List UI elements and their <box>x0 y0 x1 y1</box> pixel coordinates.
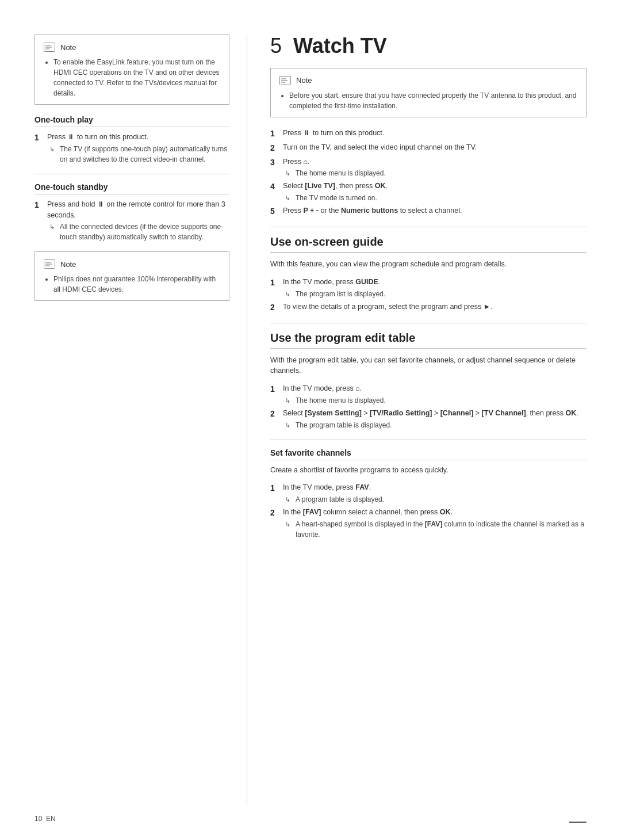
sf-step-1-num: 1 <box>270 482 279 494</box>
note-item-1-1: To enable the EasyLink feature, you must… <box>53 57 221 98</box>
note-label-2: Note <box>60 260 76 269</box>
onscreen-guide-steps: 1 In the TV mode, press GUIDE. ↳ The pro… <box>270 277 586 314</box>
osg-step-1-num: 1 <box>270 277 279 289</box>
pet-step-1-subtext: The home menu is displayed. <box>296 395 386 406</box>
arrow-sym-ots-1: ↳ <box>49 222 57 232</box>
pet-step-2-text: Select [System Setting] > [TV/Radio Sett… <box>283 409 578 417</box>
step-otp-1-content: Press ⏸ to turn on this product. ↳ The T… <box>47 132 229 165</box>
pet-step-1-text: In the TV mode, press ⌂. <box>283 384 362 392</box>
wtv-step-5: 5 Press P + - or the Numeric buttons to … <box>270 205 586 217</box>
pet-step-1-content: In the TV mode, press ⌂. ↳ The home menu… <box>283 383 586 406</box>
wtv-step-1-num: 1 <box>270 128 279 140</box>
one-touch-play-section: One-touch play 1 Press ⏸ to turn on this… <box>34 115 229 165</box>
one-touch-standby-section: One-touch standby 1 Press and hold ⏸ on … <box>34 182 229 243</box>
arrow-pet-1: ↳ <box>285 396 293 406</box>
pet-step-2-sub: ↳ The program table is displayed. <box>285 420 586 430</box>
watch-tv-steps: 1 Press ⏸ to turn on this product. 2 Tur… <box>270 128 586 218</box>
onscreen-guide-title: Use on-screen guide <box>270 235 586 253</box>
pet-step-2-subtext: The program table is displayed. <box>296 420 392 430</box>
onscreen-guide-desc: With this feature, you can view the prog… <box>270 259 586 270</box>
program-edit-desc: With the program edit table, you can set… <box>270 355 586 377</box>
wtv-step-3-num: 3 <box>270 156 279 169</box>
wtv-step-5-text: Press P + - or the Numeric buttons to se… <box>283 207 462 215</box>
note-icon-1 <box>43 41 56 54</box>
osg-step-2-text: To view the details of a program, select… <box>283 303 493 311</box>
osg-step-1-sub: ↳ The program list is displayed. <box>285 289 586 299</box>
step-ots-1: 1 Press and hold ⏸ on the remote control… <box>34 199 229 243</box>
step-otp-1: 1 Press ⏸ to turn on this product. ↳ The… <box>34 132 229 165</box>
step-ots-1-content: Press and hold ⏸ on the remote control f… <box>47 199 229 243</box>
osg-step-1-content: In the TV mode, press GUIDE. ↳ The progr… <box>283 277 586 299</box>
one-touch-play-title: One-touch play <box>34 115 229 127</box>
note-icon-right-1 <box>279 74 292 87</box>
sep-right-1 <box>270 227 586 227</box>
wtv-step-5-content: Press P + - or the Numeric buttons to se… <box>283 205 586 216</box>
chapter-title: 5 Watch TV <box>270 35 586 58</box>
pet-step-2: 2 Select [System Setting] > [TV/Radio Se… <box>270 408 586 430</box>
set-favorite-title: Set favorite channels <box>270 448 586 460</box>
wtv-step-4: 4 Select [Live TV], then press OK. ↳ The… <box>270 181 586 203</box>
pet-step-1: 1 In the TV mode, press ⌂. ↳ The home me… <box>270 383 586 406</box>
osg-step-2-num: 2 <box>270 301 279 314</box>
osg-step-1-subtext: The program list is displayed. <box>296 289 385 299</box>
set-favorite-steps: 1 In the TV mode, press FAV. ↳ A program… <box>270 482 586 540</box>
pet-step-1-sub: ↳ The home menu is displayed. <box>285 395 586 406</box>
osg-step-2-content: To view the details of a program, select… <box>283 301 586 312</box>
pet-step-2-num: 2 <box>270 408 279 420</box>
sf-step-2-text: In the [FAV] column select a channel, th… <box>283 508 453 516</box>
wtv-step-4-subtext: The TV mode is turned on. <box>296 193 377 203</box>
step-ots-1-num: 1 <box>34 199 44 211</box>
sf-step-1-sub: ↳ A program table is displayed. <box>285 494 586 505</box>
step-ots-1-text: Press and hold ⏸ on the remote control f… <box>47 200 225 219</box>
wtv-step-1: 1 Press ⏸ to turn on this product. <box>270 128 586 140</box>
sep-1 <box>34 174 229 174</box>
sf-step-1-subtext: A program table is displayed. <box>296 494 384 505</box>
pet-step-2-content: Select [System Setting] > [TV/Radio Sett… <box>283 408 586 430</box>
note-icon-2 <box>43 258 56 270</box>
note-label-right-1: Note <box>296 76 312 85</box>
sf-step-2-subtext: A heart-shaped symbol is displayed in th… <box>296 519 586 540</box>
sf-step-2-content: In the [FAV] column select a channel, th… <box>283 507 586 540</box>
arrow-sym-otp-1: ↳ <box>49 144 57 154</box>
wtv-step-2-num: 2 <box>270 142 279 154</box>
arrow-sf-1: ↳ <box>285 495 293 505</box>
wtv-step-3: 3 Press ⌂. ↳ The home menu is displayed. <box>270 156 586 179</box>
wtv-step-1-text: Press ⏸ to turn on this product. <box>283 129 384 137</box>
page-lang: EN <box>46 815 56 823</box>
wtv-step-3-content: Press ⌂. ↳ The home menu is displayed. <box>283 156 586 179</box>
note-list-right-1: Before you start, ensure that you have c… <box>279 90 578 111</box>
footer-rule <box>569 822 586 823</box>
one-touch-play-steps: 1 Press ⏸ to turn on this product. ↳ The… <box>34 132 229 165</box>
sf-step-1-content: In the TV mode, press FAV. ↳ A program t… <box>283 482 586 505</box>
note-header-2: Note <box>43 258 221 270</box>
sf-step-2-sub: ↳ A heart-shaped symbol is displayed in … <box>285 519 586 540</box>
wtv-step-4-content: Select [Live TV], then press OK. ↳ The T… <box>283 181 586 203</box>
set-favorite-desc: Create a shortlist of favorite programs … <box>270 465 586 476</box>
use-onscreen-guide-section: Use on-screen guide With this feature, y… <box>270 235 586 314</box>
arrow-sf-2: ↳ <box>285 520 293 529</box>
program-edit-title: Use the program edit table <box>270 331 586 349</box>
note-item-2-1: Philips does not guarantee 100% interope… <box>53 274 221 295</box>
arrow-wtv-4: ↳ <box>285 193 293 203</box>
wtv-step-4-num: 4 <box>270 181 279 193</box>
wtv-step-2: 2 Turn on the TV, and select the video i… <box>270 142 586 154</box>
note-label-1: Note <box>60 43 76 52</box>
sf-step-2: 2 In the [FAV] column select a channel, … <box>270 507 586 540</box>
step-otp-1-text: Press ⏸ to turn on this product. <box>47 133 148 141</box>
step-ots-1-sub: ↳ All the connected devices (if the devi… <box>49 222 229 242</box>
step-otp-1-subtext: The TV (if supports one-touch play) auto… <box>60 144 229 165</box>
note-list-1: To enable the EasyLink feature, you must… <box>43 57 221 98</box>
chapter-number: 5 <box>270 34 282 58</box>
note-box-1: Note To enable the EasyLink feature, you… <box>34 35 229 105</box>
chapter-title-text: Watch TV <box>293 34 387 58</box>
note-header-1: Note <box>43 41 221 54</box>
wtv-step-4-text: Select [Live TV], then press OK. <box>283 182 388 190</box>
note-header-right-1: Note <box>279 74 578 87</box>
note-box-2: Note Philips does not guarantee 100% int… <box>34 251 229 301</box>
set-favorite-section: Set favorite channels Create a shortlist… <box>270 448 586 540</box>
sf-step-1-text: In the TV mode, press FAV. <box>283 483 371 491</box>
wtv-step-3-sub: ↳ The home menu is displayed. <box>285 168 586 178</box>
wtv-step-1-content: Press ⏸ to turn on this product. <box>283 128 586 139</box>
arrow-pet-2: ↳ <box>285 421 293 430</box>
page-footer: 10 EN <box>34 815 56 823</box>
